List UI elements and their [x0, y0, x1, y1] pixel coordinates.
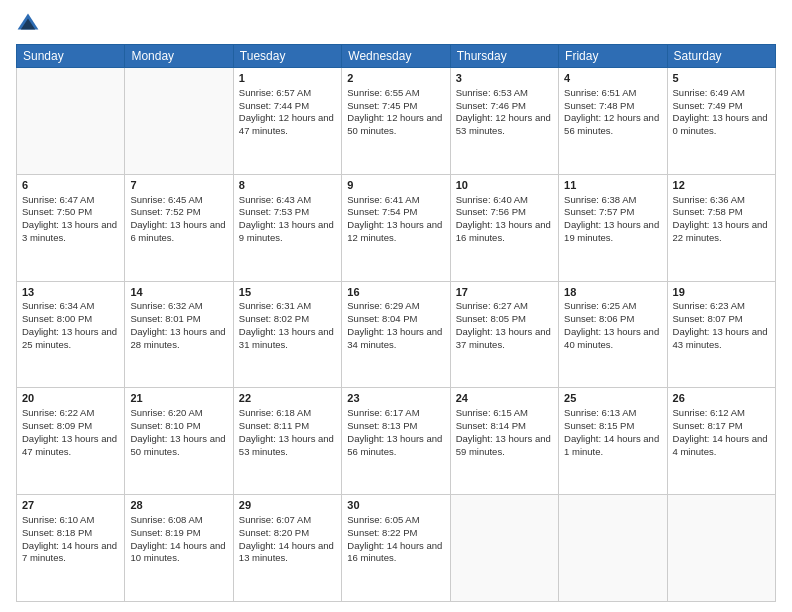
day-number: 15: [239, 285, 336, 300]
week-row-4: 20Sunrise: 6:22 AMSunset: 8:09 PMDayligh…: [17, 388, 776, 495]
day-cell: 4Sunrise: 6:51 AMSunset: 7:48 PMDaylight…: [559, 68, 667, 175]
day-cell: 26Sunrise: 6:12 AMSunset: 8:17 PMDayligh…: [667, 388, 775, 495]
day-number: 17: [456, 285, 553, 300]
day-number: 29: [239, 498, 336, 513]
week-row-3: 13Sunrise: 6:34 AMSunset: 8:00 PMDayligh…: [17, 281, 776, 388]
day-cell: 27Sunrise: 6:10 AMSunset: 8:18 PMDayligh…: [17, 495, 125, 602]
header: [16, 12, 776, 36]
day-header-row: SundayMondayTuesdayWednesdayThursdayFrid…: [17, 45, 776, 68]
day-number: 2: [347, 71, 444, 86]
day-number: 8: [239, 178, 336, 193]
day-cell: 16Sunrise: 6:29 AMSunset: 8:04 PMDayligh…: [342, 281, 450, 388]
day-cell: [17, 68, 125, 175]
day-number: 24: [456, 391, 553, 406]
day-cell: 6Sunrise: 6:47 AMSunset: 7:50 PMDaylight…: [17, 174, 125, 281]
day-cell: 1Sunrise: 6:57 AMSunset: 7:44 PMDaylight…: [233, 68, 341, 175]
day-cell: 8Sunrise: 6:43 AMSunset: 7:53 PMDaylight…: [233, 174, 341, 281]
day-cell: 30Sunrise: 6:05 AMSunset: 8:22 PMDayligh…: [342, 495, 450, 602]
day-number: 16: [347, 285, 444, 300]
day-cell: 7Sunrise: 6:45 AMSunset: 7:52 PMDaylight…: [125, 174, 233, 281]
day-number: 22: [239, 391, 336, 406]
day-number: 6: [22, 178, 119, 193]
day-cell: 18Sunrise: 6:25 AMSunset: 8:06 PMDayligh…: [559, 281, 667, 388]
day-header-sunday: Sunday: [17, 45, 125, 68]
calendar: SundayMondayTuesdayWednesdayThursdayFrid…: [16, 44, 776, 602]
day-cell: 22Sunrise: 6:18 AMSunset: 8:11 PMDayligh…: [233, 388, 341, 495]
day-number: 1: [239, 71, 336, 86]
day-cell: 20Sunrise: 6:22 AMSunset: 8:09 PMDayligh…: [17, 388, 125, 495]
day-header-saturday: Saturday: [667, 45, 775, 68]
day-cell: 29Sunrise: 6:07 AMSunset: 8:20 PMDayligh…: [233, 495, 341, 602]
day-number: 9: [347, 178, 444, 193]
day-cell: 19Sunrise: 6:23 AMSunset: 8:07 PMDayligh…: [667, 281, 775, 388]
day-cell: 17Sunrise: 6:27 AMSunset: 8:05 PMDayligh…: [450, 281, 558, 388]
day-number: 30: [347, 498, 444, 513]
day-number: 21: [130, 391, 227, 406]
day-cell: 11Sunrise: 6:38 AMSunset: 7:57 PMDayligh…: [559, 174, 667, 281]
day-number: 26: [673, 391, 770, 406]
day-number: 27: [22, 498, 119, 513]
day-cell: [667, 495, 775, 602]
day-cell: 25Sunrise: 6:13 AMSunset: 8:15 PMDayligh…: [559, 388, 667, 495]
day-cell: [450, 495, 558, 602]
day-number: 4: [564, 71, 661, 86]
day-cell: 28Sunrise: 6:08 AMSunset: 8:19 PMDayligh…: [125, 495, 233, 602]
day-number: 18: [564, 285, 661, 300]
day-cell: 12Sunrise: 6:36 AMSunset: 7:58 PMDayligh…: [667, 174, 775, 281]
day-cell: 9Sunrise: 6:41 AMSunset: 7:54 PMDaylight…: [342, 174, 450, 281]
logo-icon: [16, 12, 40, 36]
day-number: 10: [456, 178, 553, 193]
logo: [16, 12, 44, 36]
week-row-1: 1Sunrise: 6:57 AMSunset: 7:44 PMDaylight…: [17, 68, 776, 175]
day-cell: 2Sunrise: 6:55 AMSunset: 7:45 PMDaylight…: [342, 68, 450, 175]
day-header-monday: Monday: [125, 45, 233, 68]
day-cell: [125, 68, 233, 175]
day-number: 23: [347, 391, 444, 406]
day-number: 11: [564, 178, 661, 193]
day-cell: [559, 495, 667, 602]
day-cell: 15Sunrise: 6:31 AMSunset: 8:02 PMDayligh…: [233, 281, 341, 388]
day-cell: 3Sunrise: 6:53 AMSunset: 7:46 PMDaylight…: [450, 68, 558, 175]
day-number: 14: [130, 285, 227, 300]
day-number: 25: [564, 391, 661, 406]
day-number: 13: [22, 285, 119, 300]
day-cell: 23Sunrise: 6:17 AMSunset: 8:13 PMDayligh…: [342, 388, 450, 495]
day-cell: 5Sunrise: 6:49 AMSunset: 7:49 PMDaylight…: [667, 68, 775, 175]
day-header-thursday: Thursday: [450, 45, 558, 68]
day-cell: 24Sunrise: 6:15 AMSunset: 8:14 PMDayligh…: [450, 388, 558, 495]
day-cell: 10Sunrise: 6:40 AMSunset: 7:56 PMDayligh…: [450, 174, 558, 281]
day-header-wednesday: Wednesday: [342, 45, 450, 68]
week-row-5: 27Sunrise: 6:10 AMSunset: 8:18 PMDayligh…: [17, 495, 776, 602]
day-number: 5: [673, 71, 770, 86]
day-cell: 13Sunrise: 6:34 AMSunset: 8:00 PMDayligh…: [17, 281, 125, 388]
day-number: 20: [22, 391, 119, 406]
day-number: 19: [673, 285, 770, 300]
day-header-friday: Friday: [559, 45, 667, 68]
day-header-tuesday: Tuesday: [233, 45, 341, 68]
week-row-2: 6Sunrise: 6:47 AMSunset: 7:50 PMDaylight…: [17, 174, 776, 281]
day-number: 28: [130, 498, 227, 513]
page: SundayMondayTuesdayWednesdayThursdayFrid…: [0, 0, 792, 612]
day-cell: 14Sunrise: 6:32 AMSunset: 8:01 PMDayligh…: [125, 281, 233, 388]
day-cell: 21Sunrise: 6:20 AMSunset: 8:10 PMDayligh…: [125, 388, 233, 495]
day-number: 7: [130, 178, 227, 193]
day-number: 12: [673, 178, 770, 193]
day-number: 3: [456, 71, 553, 86]
